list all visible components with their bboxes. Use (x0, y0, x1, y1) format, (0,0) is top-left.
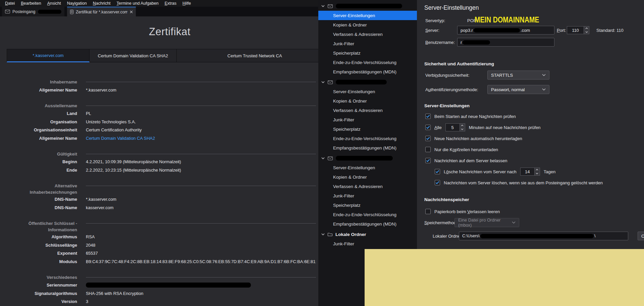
sidebar-item-label: Kopien & Ordner (333, 99, 367, 104)
checkbox[interactable] (425, 209, 431, 214)
servertyp-label: Servertyp: (425, 18, 445, 23)
checkbox-label: Tagen (544, 169, 555, 174)
sidebar-item[interactable]: Kopien & Ordner (318, 172, 417, 182)
spinner-up-icon[interactable] (584, 26, 589, 30)
sidebar-item[interactable]: Junk-Filter (318, 191, 417, 200)
spinner-down-icon[interactable] (460, 127, 465, 131)
sidebar-item[interactable]: Ende-zu-Ende-Verschlüsselung (318, 58, 417, 67)
sidebar-item[interactable]: Empfangsbestätigungen (MDN) (318, 219, 417, 229)
cert-section-label: Gültigkeit (0, 150, 77, 157)
chevron-down-icon (542, 74, 546, 76)
spinner-down-icon[interactable] (584, 30, 589, 34)
username-input[interactable]: r (457, 38, 554, 47)
port-value[interactable]: 110 (567, 26, 584, 34)
sidebar-item[interactable]: Verfassen & Adressieren (318, 29, 417, 39)
spinner-down-icon[interactable] (535, 172, 540, 175)
local-folders-group: Lokale OrdnerJunk-Filter (318, 230, 417, 248)
sidebar-item[interactable]: Speicherplatz (318, 124, 417, 134)
account-header[interactable] (318, 1, 417, 11)
close-tab-icon[interactable] (130, 10, 133, 13)
chevron-down-icon (542, 88, 546, 90)
sidebar-item[interactable]: Server-Einstellungen (318, 87, 417, 96)
server-options-list: Beim Starten auf neue Nachrichten prüfen… (425, 113, 603, 190)
cert-tab-2[interactable]: Certum Domain Validation CA SHA2 (90, 49, 177, 62)
connection-security-select[interactable]: STARTTLS (487, 70, 549, 79)
account-header[interactable] (318, 154, 417, 163)
checkbox-label: Nachrichten auf dem Server belassen (434, 158, 507, 163)
sidebar-item[interactable]: Verfassen & Adressieren (318, 106, 417, 115)
checkbox-row: Nachrichten auf dem Server belassen (425, 157, 603, 164)
local-folders-header[interactable]: Lokale Ordner (318, 230, 417, 239)
sidebar-item-label: Kopien & Ordner (333, 22, 367, 27)
checkbox[interactable] (425, 136, 431, 141)
menu-item-termine-und-aufgaben[interactable]: Termine und Aufgaben (114, 0, 162, 6)
redacted-account-name (336, 156, 393, 161)
checkbox[interactable] (425, 147, 431, 152)
sidebar-item[interactable]: Server-Einstellungen (318, 163, 417, 172)
auth-method-select[interactable]: Passwort, normal (487, 85, 549, 94)
cert-tab-1[interactable]: *.kasserver.com (7, 49, 90, 62)
sidebar-item[interactable]: Kopien & Ordner (318, 96, 417, 106)
tab-inbox[interactable]: Posteingang - (2, 7, 64, 16)
sidebar-item[interactable]: Empfangsbestätigungen (MDN) (318, 143, 417, 152)
checkbox-label: Alle (434, 125, 442, 130)
sidebar-item[interactable]: Speicherplatz (318, 200, 417, 210)
sidebar-item[interactable]: Ende-zu-Ende-Verschlüsselung (318, 210, 417, 219)
chevron-down-icon (321, 233, 325, 235)
cert-field-label: Version (0, 299, 77, 304)
port-spinner (584, 26, 589, 34)
minutes-input[interactable]: 5 (445, 123, 465, 131)
checkbox-row: Papierkorb beim Verlassen leeren (425, 208, 500, 215)
domain-annotation: MEIN DOMAINNAME (475, 15, 539, 24)
menu-item-hilfe[interactable]: Hilfe (179, 0, 194, 6)
cert-tab-3[interactable]: Certum Trusted Network CA (177, 49, 333, 62)
sidebar-item[interactable]: Speicherplatz (318, 48, 417, 58)
checkbox[interactable] (425, 158, 431, 163)
sidebar-item[interactable]: Empfangsbestätigungen (MDN) (318, 67, 417, 76)
days-input-value[interactable]: 14 (520, 168, 534, 176)
cert-section-label: Ausstellername (0, 102, 77, 109)
certificate-details: InhabernameAllgemeiner Name*.kasserver.c… (0, 70, 339, 306)
tab-certificate[interactable]: Zertifikat für *.kasserver.com (67, 7, 136, 16)
menu-item-ansicht[interactable]: Ansicht (44, 0, 64, 6)
cert-field: Exponent65537 (0, 249, 339, 258)
days-input[interactable]: 14 (520, 168, 540, 176)
sidebar-item[interactable]: Junk-Filter (318, 39, 417, 48)
checkbox[interactable] (425, 114, 431, 119)
sidebar-item[interactable]: Verfassen & Adressieren (318, 182, 417, 191)
menu-item-bearbeiten[interactable]: Bearbeiten (18, 0, 44, 6)
sidebar-item[interactable]: Server-Einstellungen (318, 11, 417, 20)
minutes-input-value[interactable]: 5 (445, 123, 460, 131)
checkbox-label: Neue Nachrichten automatisch herunterlad… (434, 136, 522, 141)
account-header[interactable] (318, 77, 417, 87)
sidebar-item[interactable]: Kopien & Ordner (318, 20, 417, 29)
checkbox[interactable] (435, 180, 440, 185)
port-input[interactable]: 110 (567, 26, 589, 34)
menu-item-nachricht[interactable]: Nachricht (90, 0, 114, 6)
sidebar-item-label: Kopien & Ordner (333, 175, 367, 180)
account-group: Server-EinstellungenKopien & OrdnerVerfa… (318, 154, 417, 229)
browse-button[interactable]: O (638, 232, 644, 240)
checkbox[interactable] (435, 169, 440, 174)
certificate-title: Zertifikat (0, 26, 339, 38)
local-folder-input[interactable]: C:\Users\ \ (459, 232, 628, 240)
spinner-up-icon[interactable] (535, 168, 540, 172)
menu-item-datei[interactable]: Datei (2, 0, 18, 6)
menu-item-navigation[interactable]: Navigation (64, 0, 90, 6)
sidebar-item[interactable]: Junk-Filter (318, 239, 417, 248)
cert-link[interactable]: Certum Domain Validation CA SHA2 (86, 136, 155, 141)
sidebar-item[interactable]: Ende-zu-Ende-Verschlüsselung (318, 134, 417, 143)
redacted-account-name (336, 4, 402, 8)
sidebar-item-label: Speicherplatz (333, 51, 361, 56)
checkbox-label: Nur die Kopfzeilen herunterladen (434, 147, 498, 152)
cert-field-value: RSA (86, 234, 316, 239)
days-input-spinner (534, 168, 540, 176)
cert-field-value: B9:C4:37:9C:7C:48:F4:2C:8B:EB:18:14:83:8… (86, 259, 316, 264)
checkbox-row: Neue Nachrichten automatisch herunterlad… (425, 135, 603, 142)
checkbox[interactable] (425, 125, 431, 130)
spinner-up-icon[interactable] (460, 124, 465, 127)
server-input[interactable]: pop3.r .com (457, 26, 554, 35)
checkbox-label: Minuten auf neue Nachrichten prüfen (469, 125, 541, 130)
menu-item-extras[interactable]: Extras (162, 0, 179, 6)
sidebar-item[interactable]: Junk-Filter (318, 115, 417, 124)
